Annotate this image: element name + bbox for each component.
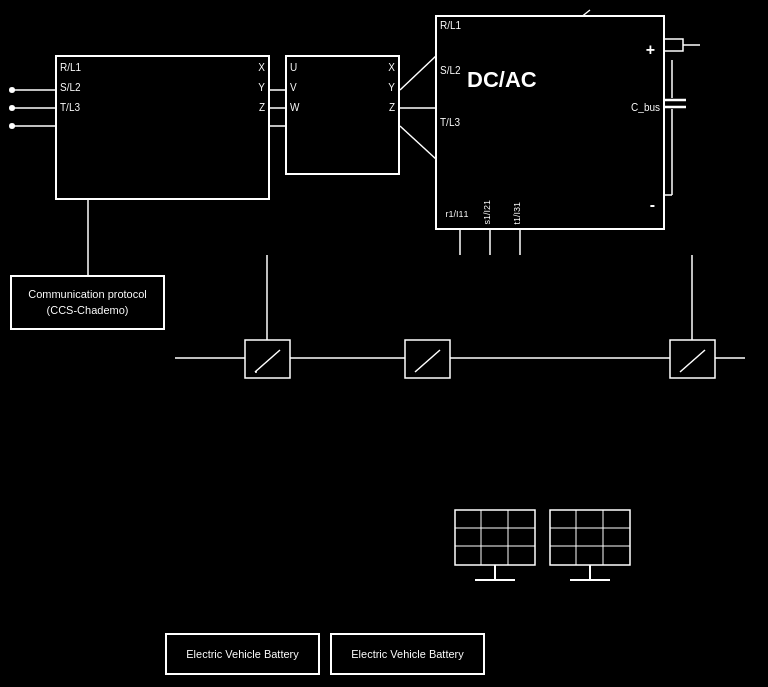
- y2-label: Y: [388, 82, 395, 93]
- svg-line-57: [255, 350, 280, 372]
- w-label: W: [290, 102, 299, 113]
- z-label: Z: [259, 102, 265, 113]
- comm-protocol-text: Communication protocol (CCS-Chademo): [28, 287, 147, 318]
- inv-r1i11: r1/I11: [445, 208, 468, 218]
- v-label: V: [290, 82, 297, 93]
- svg-rect-59: [405, 340, 450, 378]
- plus-terminal: +: [646, 41, 655, 59]
- ev-battery-1-label: Electric Vehicle Battery: [186, 648, 299, 660]
- ev-battery-2-label: Electric Vehicle Battery: [351, 648, 464, 660]
- svg-line-60: [415, 350, 440, 372]
- svg-line-62: [680, 350, 705, 372]
- transformer2-block: U V W X Y Z: [285, 55, 400, 175]
- svg-rect-70: [550, 510, 630, 565]
- transformer-block: R/L1 S/L2 T/L3 X Y Z: [55, 55, 270, 200]
- inverter-title: DC/AC: [467, 67, 537, 93]
- svg-rect-63: [455, 510, 535, 565]
- comm-line1: Communication protocol: [28, 288, 147, 300]
- x-label: X: [258, 62, 265, 73]
- diagram-area: R/L1 S/L2 T/L3 X Y Z U V W X Y Z R/L1 S/…: [0, 0, 768, 687]
- inv-t1i31: t1/I31: [512, 202, 522, 225]
- u-label: U: [290, 62, 297, 73]
- x2-label: X: [388, 62, 395, 73]
- rl1-label: R/L1: [60, 62, 81, 73]
- svg-rect-61: [670, 340, 715, 378]
- inv-tl3: T/L3: [440, 117, 460, 128]
- comm-line2: (CCS-Chademo): [47, 304, 129, 316]
- inverter-block: R/L1 S/L2 T/L3 DC/AC r1/I11 s1/I21 t1/I3…: [435, 15, 665, 230]
- tl3-label: T/L3: [60, 102, 80, 113]
- sl2-label: S/L2: [60, 82, 81, 93]
- inv-sl2: S/L2: [440, 65, 461, 76]
- svg-line-19: [400, 55, 437, 90]
- y-label: Y: [258, 82, 265, 93]
- inv-s1i21: s1/I21: [482, 200, 492, 225]
- comm-protocol-box: Communication protocol (CCS-Chademo): [10, 275, 165, 330]
- ev-battery-1: Electric Vehicle Battery: [165, 633, 320, 675]
- cbus-label: C_bus: [631, 102, 660, 113]
- ev-battery-2: Electric Vehicle Battery: [330, 633, 485, 675]
- svg-line-21: [400, 126, 437, 160]
- z2-label: Z: [389, 102, 395, 113]
- svg-rect-56: [245, 340, 290, 378]
- minus-terminal: -: [650, 196, 655, 214]
- inv-rl1: R/L1: [440, 20, 461, 31]
